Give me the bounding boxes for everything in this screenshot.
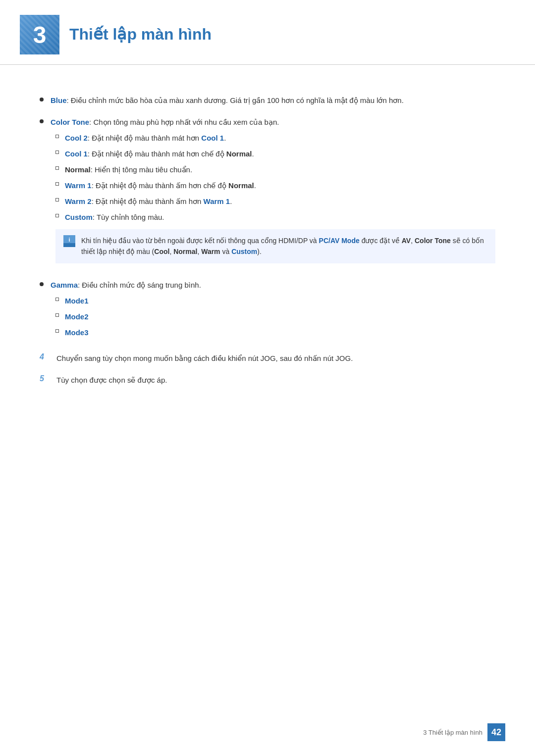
bullet-label-gamma: Gamma	[51, 281, 78, 289]
note-text-part5: ,	[169, 248, 173, 255]
note-label1: PC/AV Mode	[319, 237, 360, 245]
sub-content: Mode2	[65, 311, 495, 323]
sub-content: Normal: Hiển thị tông màu tiêu chuẩn.	[65, 164, 495, 176]
sub-label2: Normal	[228, 181, 254, 190]
note-label7: Custom	[231, 248, 257, 255]
sub-label-mode3: Mode3	[65, 328, 89, 337]
sub-text2: .	[230, 197, 232, 205]
step-item: 5 Tùy chọn được chọn sẽ được áp.	[40, 374, 495, 386]
sub-item: Warm 1: Đặt nhiệt độ màu thành ấm hơn ch…	[55, 180, 495, 192]
chapter-header: 3 Thiết lập màn hình	[0, 0, 535, 65]
sub-label: Custom	[65, 213, 93, 221]
bullet-dot	[40, 282, 44, 286]
sub-content: Warm 2: Đặt nhiệt độ màu thành ấm hơn Wa…	[65, 196, 495, 207]
sub-text: : Đặt nhiệt độ màu thành ấm hơn chế độ	[92, 181, 228, 190]
sub-label2: Cool 1	[201, 134, 224, 142]
footer-text: 3 Thiết lập màn hình	[423, 729, 482, 736]
sub-bullet	[55, 151, 59, 154]
sub-item: Warm 2: Đặt nhiệt độ màu thành ấm hơn Wa…	[55, 196, 495, 207]
bullet-content: Color Tone: Chọn tông màu phù hợp nhất v…	[51, 116, 495, 269]
note-label3: Color Tone	[415, 237, 451, 245]
note-text: Khi tín hiệu đầu vào từ bên ngoài được k…	[81, 235, 487, 257]
sub-item: Cool 1: Đặt nhiệt độ màu thành mát hơn c…	[55, 148, 495, 160]
list-item: Blue: Điều chỉnh mức bão hòa của màu xan…	[40, 95, 495, 106]
bullet-text-colortone: : Chọn tông màu phù hợp nhất với nhu cầu…	[89, 118, 279, 126]
bullet-content: Gamma: Điều chỉnh mức độ sáng trung bình…	[51, 279, 495, 343]
sub-content: Warm 1: Đặt nhiệt độ màu thành ấm hơn ch…	[65, 180, 495, 192]
sub-item: Mode1	[55, 295, 495, 307]
sub-label: Warm 2	[65, 197, 92, 205]
note-text-part7: và	[220, 248, 232, 255]
sub-content: Custom: Tùy chỉnh tông màu.	[65, 211, 495, 223]
step-number: 4	[40, 353, 50, 361]
sub-item: Mode3	[55, 327, 495, 339]
note-label5: Normal	[173, 248, 197, 255]
chapter-number-box: 3	[20, 15, 59, 54]
list-item: Gamma: Điều chỉnh mức độ sáng trung bình…	[40, 279, 495, 343]
note-label4: Cool	[154, 248, 169, 255]
sub-list: Mode1 Mode2 Mode3	[55, 295, 495, 339]
sub-text: : Đặt nhiệt độ màu thành mát hơn chế độ	[88, 150, 226, 158]
sub-list: Cool 2: Đặt nhiệt độ màu thành mát hơn C…	[55, 132, 495, 263]
sub-content: Mode3	[65, 327, 495, 339]
sub-text2: .	[252, 150, 254, 158]
sub-bullet	[55, 214, 59, 217]
sub-bullet	[55, 329, 59, 333]
bullet-text-blue: : Điều chỉnh mức bão hòa của màu xanh dư…	[67, 96, 404, 104]
sub-content: Cool 2: Đặt nhiệt độ màu thành mát hơn C…	[65, 132, 495, 144]
step-number: 5	[40, 374, 50, 383]
bullet-dot	[40, 98, 44, 101]
sub-bullet	[55, 198, 59, 202]
chapter-title: Thiết lập màn hình	[69, 15, 212, 44]
sub-bullet	[55, 298, 59, 301]
sub-bullet	[55, 166, 59, 170]
svg-text:i: i	[68, 237, 70, 243]
sub-label2: Normal	[226, 150, 252, 158]
note-label2: AV	[402, 237, 411, 245]
sub-text2: .	[224, 134, 226, 142]
sub-label: Warm 1	[65, 181, 92, 190]
footer: 3 Thiết lập màn hình 42	[423, 723, 505, 741]
sub-item: Normal: Hiển thị tông màu tiêu chuẩn.	[55, 164, 495, 176]
sub-label2: Warm 1	[204, 197, 230, 205]
sub-label: Cool 1	[65, 150, 88, 158]
sub-item: Mode2	[55, 311, 495, 323]
svg-rect-1	[63, 243, 75, 247]
bullet-label-blue: Blue	[51, 96, 67, 104]
bullet-dot	[40, 119, 44, 123]
sub-bullet	[55, 313, 59, 317]
step-content: Chuyển sang tùy chọn mong muốn bằng cách…	[56, 353, 495, 364]
bullet-label-colortone: Color Tone	[51, 118, 89, 126]
sub-text2: .	[254, 181, 256, 190]
footer-page-number: 42	[487, 723, 505, 741]
sub-item: Custom: Tùy chỉnh tông màu.	[55, 211, 495, 223]
list-item: Color Tone: Chọn tông màu phù hợp nhất v…	[40, 116, 495, 269]
bullet-text-gamma: : Điều chỉnh mức độ sáng trung bình.	[78, 281, 201, 289]
sub-text: : Đặt nhiệt độ màu thành mát hơn	[88, 134, 201, 142]
sub-label-mode2: Mode2	[65, 312, 89, 321]
sub-label-mode1: Mode1	[65, 297, 89, 305]
sub-content: Mode1	[65, 295, 495, 307]
step-content: Tùy chọn được chọn sẽ được áp.	[56, 374, 495, 386]
sub-label: Normal	[65, 165, 91, 174]
sub-content: Cool 1: Đặt nhiệt độ màu thành mát hơn c…	[65, 148, 495, 160]
sub-bullet	[55, 135, 59, 138]
sub-label: Cool 2	[65, 134, 88, 142]
note-icon: i	[63, 235, 75, 247]
sub-text: : Hiển thị tông màu tiêu chuẩn.	[91, 165, 192, 174]
note-text-part8: ).	[257, 248, 262, 255]
main-content: Blue: Điều chỉnh mức bão hòa của màu xan…	[0, 85, 535, 436]
note-text-part1: Khi tín hiệu đầu vào từ bên ngoài được k…	[81, 237, 319, 245]
bullet-content: Blue: Điều chỉnh mức bão hòa của màu xan…	[51, 95, 495, 106]
note-text-part3: ,	[411, 237, 415, 245]
chapter-number: 3	[33, 21, 47, 49]
step-item: 4 Chuyển sang tùy chọn mong muốn bằng cá…	[40, 353, 495, 364]
sub-text: : Tùy chỉnh tông màu.	[93, 213, 164, 221]
sub-bullet	[55, 182, 59, 186]
sub-text: : Đặt nhiệt độ màu thành ấm hơn	[92, 197, 204, 205]
note-label6: Warm	[201, 248, 220, 255]
sub-item: Cool 2: Đặt nhiệt độ màu thành mát hơn C…	[55, 132, 495, 144]
note-text-part2: được đặt về	[360, 237, 402, 245]
note-box: i Khi tín hiệu đầu vào từ bên ngoài được…	[55, 229, 495, 263]
